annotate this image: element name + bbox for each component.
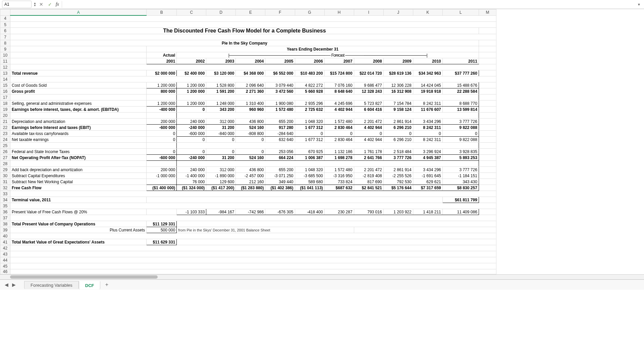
cell[interactable]: 1 048 320 (295, 167, 324, 173)
sheet-tab-forecasting-variables[interactable]: Forecasting Variables (24, 281, 79, 289)
cell[interactable]: $687 632 (324, 185, 354, 191)
cell[interactable]: $2 841 521 (354, 185, 383, 191)
col-header[interactable]: J (383, 9, 413, 16)
cell[interactable]: 3 079 440 (265, 82, 295, 88)
cell[interactable]: 16 312 908 (383, 88, 413, 94)
cell[interactable]: 0 (177, 137, 206, 143)
cell[interactable]: 0 (413, 131, 442, 137)
cell[interactable]: 1 761 178 (354, 149, 383, 155)
cell[interactable]: 9 686 477 (354, 82, 383, 88)
cell[interactable]: 4 822 272 (295, 82, 324, 88)
cell[interactable]: 0 (236, 137, 265, 143)
cell[interactable]: ($1 402 386) (265, 185, 295, 191)
total-pv-value[interactable]: $11 129 331 (147, 221, 177, 227)
cell[interactable]: -984 167 (206, 209, 236, 215)
cell[interactable]: 4 402 944 (354, 125, 383, 131)
cell[interactable]: -284 640 (265, 131, 295, 137)
cell[interactable]: 200 000 (147, 167, 177, 173)
cell[interactable]: 2 935 296 (295, 100, 324, 107)
cell[interactable]: 11 676 607 (413, 107, 442, 113)
row-header[interactable]: 41 (0, 239, 10, 245)
name-box-spinner[interactable]: ▲ ▼ (34, 2, 36, 7)
cell[interactable]: ($1 041 113) (295, 185, 324, 191)
formula-input[interactable] (62, 1, 635, 8)
cell[interactable]: 1 677 312 (295, 137, 324, 143)
cell[interactable]: 8 688 770 (442, 100, 479, 107)
spreadsheet-grid[interactable]: A B C D E F G H I J K L M 4 5 6 The Disc… (0, 9, 644, 274)
cell[interactable]: 0 (354, 131, 383, 137)
row-header[interactable]: 5 (0, 22, 10, 28)
cell[interactable]: $28 619 136 (383, 70, 413, 76)
row-header[interactable]: 12 (0, 64, 10, 70)
cell[interactable]: 3 777 726 (442, 167, 479, 173)
row-header[interactable]: 42 (0, 245, 10, 251)
cell[interactable]: 2 201 472 (354, 167, 383, 173)
cell[interactable]: 2 830 464 (324, 137, 354, 143)
cell[interactable]: -240 000 (177, 125, 206, 131)
cell[interactable]: ($1 400 000) (147, 185, 177, 191)
cell[interactable]: 632 640 (265, 137, 295, 143)
cell[interactable]: 6 296 210 (383, 125, 413, 131)
row-header[interactable]: 17 (0, 94, 10, 100)
cell[interactable]: 2 518 484 (383, 149, 413, 155)
cell[interactable]: 1 528 800 (206, 82, 236, 88)
cell[interactable]: 240 000 (177, 119, 206, 125)
cell[interactable]: 1 591 200 (206, 88, 236, 94)
cell[interactable]: 0 (206, 149, 236, 155)
cell[interactable]: $2 400 000 (177, 70, 206, 76)
cell[interactable]: -1 103 333 (177, 209, 206, 215)
cell[interactable] (147, 209, 177, 215)
cell[interactable]: 0 (177, 107, 206, 113)
row-header[interactable]: 15 (0, 82, 10, 88)
row-header[interactable]: 16 (0, 88, 10, 94)
cell[interactable]: 0 (206, 137, 236, 143)
formula-expand-icon[interactable]: ▼ (636, 3, 644, 6)
add-sheet-button[interactable]: + (102, 282, 111, 288)
cell[interactable]: 917 280 (265, 125, 295, 131)
row-header[interactable]: 13 (0, 70, 10, 76)
row-header[interactable]: 40 (0, 233, 10, 239)
cell[interactable]: 1 203 922 (383, 209, 413, 215)
cell[interactable]: 76 000 (177, 179, 206, 185)
cell[interactable]: 31 200 (206, 155, 236, 161)
cell[interactable]: 19 918 918 (413, 88, 442, 94)
cell[interactable]: 589 680 (295, 179, 324, 185)
cell[interactable]: 2 861 914 (383, 119, 413, 125)
row-header[interactable]: 10 (0, 52, 10, 58)
cell[interactable]: $2 000 000 (147, 70, 177, 76)
cell[interactable]: 0 (147, 137, 177, 143)
cell[interactable]: 2 725 632 (295, 107, 324, 113)
horizontal-scrollbar-thumb[interactable] (10, 275, 158, 279)
cell[interactable]: 31 200 (206, 125, 236, 131)
cell[interactable]: 1 200 000 (177, 82, 206, 88)
cell[interactable]: 1 200 000 (177, 88, 206, 94)
cell[interactable]: 312 000 (206, 167, 236, 173)
col-header[interactable]: K (413, 9, 442, 16)
cell[interactable]: $7 317 659 (413, 185, 442, 191)
cell[interactable]: 1 006 387 (295, 155, 324, 161)
cell[interactable]: 4 402 944 (354, 137, 383, 143)
cell[interactable]: -418 400 (295, 209, 324, 215)
sheet-tab-dcf[interactable]: DCF (79, 281, 101, 289)
row-header[interactable]: 20 (0, 113, 10, 119)
cell[interactable]: 5 893 253 (442, 155, 479, 161)
cell[interactable]: 343 430 (442, 179, 479, 185)
row-header[interactable]: 28 (0, 161, 10, 167)
col-header[interactable]: B (147, 9, 177, 16)
cell[interactable]: 6 604 416 (354, 107, 383, 113)
cell[interactable]: 1 572 480 (324, 167, 354, 173)
tab-nav-prev-icon[interactable]: ◀ (3, 282, 10, 287)
cell[interactable]: ($1 283 880) (236, 185, 265, 191)
cell[interactable]: 3 296 924 (413, 149, 442, 155)
select-all-corner[interactable] (0, 9, 10, 16)
cancel-formula-button[interactable]: ✕ (38, 1, 45, 8)
row-header[interactable]: 36 (0, 209, 10, 215)
cell[interactable]: 436 800 (236, 167, 265, 173)
row-header[interactable]: 14 (0, 76, 10, 82)
cell[interactable]: 5 723 827 (354, 100, 383, 107)
cell[interactable]: 1 132 186 (324, 149, 354, 155)
row-header[interactable]: 9 (0, 46, 10, 52)
cell[interactable]: -2 819 408 (354, 173, 383, 179)
cell[interactable]: 629 621 (413, 179, 442, 185)
cell[interactable]: 12 306 228 (383, 82, 413, 88)
